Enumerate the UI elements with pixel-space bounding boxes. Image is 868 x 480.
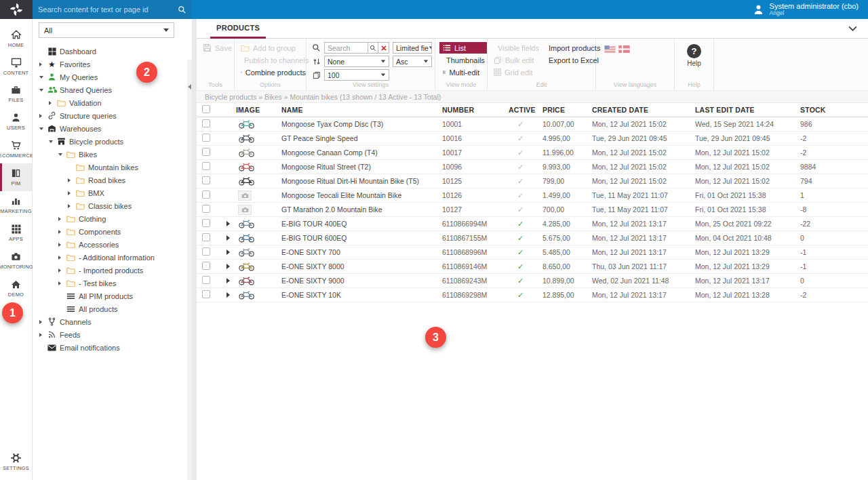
user-menu[interactable]: System administrator (cbo) Angel bbox=[753, 2, 868, 17]
us-flag-icon[interactable] bbox=[604, 45, 616, 53]
row-checkbox[interactable] bbox=[202, 162, 210, 170]
expand-arrow[interactable] bbox=[49, 101, 56, 105]
sidebar-collapse-handle[interactable] bbox=[187, 81, 192, 92]
table-row[interactable]: E-ONE SIXTY 9000 6110869243M ✓ 10.899,00… bbox=[197, 274, 868, 288]
row-checkbox[interactable] bbox=[202, 134, 210, 142]
expand-arrow[interactable] bbox=[68, 191, 75, 195]
tree-item-road-bikes[interactable]: Road bikes bbox=[33, 174, 186, 186]
column-header-last-edit-date[interactable]: LAST EDIT DATE bbox=[693, 106, 798, 114]
column-header-created-date[interactable]: CREATED DATE bbox=[590, 106, 693, 114]
tree-item-components[interactable]: Components bbox=[33, 225, 186, 238]
page-size-select[interactable]: 100 bbox=[324, 69, 389, 81]
table-row[interactable]: Mongoose Teocali Elite Mountain Bike 101… bbox=[197, 188, 868, 203]
expand-arrow[interactable] bbox=[68, 204, 75, 208]
row-checkbox[interactable] bbox=[202, 119, 210, 127]
row-checkbox[interactable] bbox=[202, 290, 210, 298]
sidebar-scrollbar[interactable] bbox=[187, 60, 192, 480]
expand-arrow[interactable] bbox=[58, 217, 66, 221]
tree-item-feeds[interactable]: Feeds bbox=[33, 328, 186, 341]
run-search-button[interactable] bbox=[368, 42, 378, 54]
table-row[interactable]: E-ONE SIXTY 10K 6110869298M ✓ 12.895,00 … bbox=[197, 288, 868, 302]
expand-arrow[interactable] bbox=[226, 235, 230, 241]
tree-item-warehouses[interactable]: Warehouses bbox=[33, 122, 186, 135]
table-row[interactable]: E-BIG TOUR 600EQ 6110867155M ✓ 5.675,00 … bbox=[197, 231, 868, 245]
help-button[interactable]: ? bbox=[687, 44, 701, 58]
row-checkbox[interactable] bbox=[202, 148, 210, 156]
panel-chevron-down-icon[interactable] bbox=[848, 26, 857, 31]
expand-arrow[interactable] bbox=[39, 62, 47, 66]
import-products-button[interactable]: Import products bbox=[545, 42, 596, 54]
table-row[interactable]: Mongoose Ritual Dirt-Hi Mountain Bike (T… bbox=[197, 174, 868, 188]
publish-to-channels-button[interactable]: Publish to channels bbox=[241, 54, 306, 66]
sort-direction-select[interactable]: Asc bbox=[393, 56, 432, 67]
table-row[interactable]: Mongoose Canaan Comp (T4) 10017 ✓ 11.996… bbox=[197, 146, 868, 160]
tree-item-channels[interactable]: Channels bbox=[33, 315, 186, 328]
add-to-group-button[interactable]: Add to group bbox=[241, 42, 306, 54]
expand-arrow[interactable] bbox=[58, 230, 66, 234]
tree-item-bicycle-products[interactable]: Bicycle products bbox=[33, 135, 186, 148]
tree-item-mountain-bikes[interactable]: Mountain bikes bbox=[33, 161, 186, 174]
expand-arrow[interactable] bbox=[39, 114, 47, 118]
tree-item-email-notifications[interactable]: Email notifications bbox=[33, 341, 186, 354]
tree-item-accessories[interactable]: Accessories bbox=[33, 238, 186, 251]
list-view-button[interactable]: List bbox=[439, 42, 487, 54]
row-checkbox[interactable] bbox=[202, 176, 210, 184]
rail-item-content[interactable]: CONTENT bbox=[0, 52, 32, 80]
fields-filter-select[interactable]: Limited fie bbox=[393, 42, 432, 54]
column-header-number[interactable]: NUMBER bbox=[440, 106, 507, 114]
rail-item-settings[interactable]: SETTINGS bbox=[0, 448, 32, 476]
tree-item-dashboard[interactable]: Dashboard bbox=[33, 45, 186, 58]
visible-fields-button[interactable]: Visible fields bbox=[494, 42, 539, 54]
tree-item-bikes[interactable]: Bikes bbox=[33, 148, 186, 161]
column-header-image[interactable]: IMAGE bbox=[234, 106, 279, 114]
table-row[interactable]: Mongoose Tyax Comp Disc (T3) 10001 ✓ 10.… bbox=[197, 117, 868, 132]
tree-item-additional-information[interactable]: - Additional information bbox=[33, 251, 186, 264]
column-header-name[interactable]: NAME bbox=[279, 106, 440, 114]
row-checkbox[interactable] bbox=[202, 276, 210, 284]
sort-by-select[interactable]: None bbox=[324, 56, 389, 67]
rail-item-users[interactable]: USERS bbox=[0, 108, 32, 136]
table-row[interactable]: E-BIG TOUR 400EQ 6110866994M ✓ 4.285,00 … bbox=[197, 217, 868, 231]
table-row[interactable]: E-ONE SIXTY 8000 6110869146M ✓ 8.650,00 … bbox=[197, 260, 868, 274]
rail-item-demo[interactable]: DEMO bbox=[0, 275, 32, 302]
tree-item-favorites[interactable]: ★Favorites bbox=[33, 58, 186, 71]
tree-item-structure-queries[interactable]: Structure queries bbox=[33, 109, 186, 122]
table-row[interactable]: E-ONE SIXTY 700 6110868996M ✓ 5.485,00 M… bbox=[197, 245, 868, 260]
collapse-arrow[interactable] bbox=[39, 89, 47, 92]
tree-item-bmx[interactable]: BMX bbox=[33, 186, 186, 199]
tree-item-all-pim-products[interactable]: All PIM products bbox=[33, 289, 186, 302]
expand-arrow[interactable] bbox=[226, 249, 230, 255]
expand-arrow[interactable] bbox=[68, 178, 75, 182]
rail-item-apps[interactable]: APPS bbox=[0, 219, 32, 247]
rail-item-home[interactable]: HOME bbox=[0, 24, 32, 52]
denmark-flag-icon[interactable] bbox=[618, 45, 630, 53]
tree-filter-select[interactable]: All bbox=[39, 22, 174, 38]
rail-item-monitoring[interactable]: MONITORING bbox=[0, 247, 32, 275]
product-search-input[interactable] bbox=[324, 42, 368, 54]
row-checkbox[interactable] bbox=[202, 205, 210, 213]
table-row[interactable]: Mongoose Ritual Street (T2) 10096 ✓ 9.99… bbox=[197, 160, 868, 174]
app-logo[interactable] bbox=[0, 0, 33, 19]
grid-edit-button[interactable]: Grid edit bbox=[494, 66, 539, 78]
export-to-excel-button[interactable]: Export to Excel bbox=[545, 54, 596, 66]
expand-arrow[interactable] bbox=[58, 281, 66, 285]
rail-item-marketing[interactable]: MARKETING bbox=[0, 191, 32, 219]
save-button[interactable]: Save bbox=[203, 42, 234, 54]
multi-edit-view-button[interactable]: Multi-edit bbox=[439, 66, 483, 78]
select-all-checkbox[interactable] bbox=[202, 105, 210, 113]
row-checkbox[interactable] bbox=[202, 247, 210, 256]
expand-arrow[interactable] bbox=[58, 256, 66, 260]
thumbnails-view-button[interactable]: Thumbnails bbox=[439, 54, 483, 66]
column-header-price[interactable]: PRICE bbox=[540, 106, 590, 114]
expand-arrow[interactable] bbox=[39, 333, 47, 337]
rail-item-pim[interactable]: PIM bbox=[0, 163, 32, 191]
combine-products-button[interactable]: Combine products bbox=[241, 66, 306, 78]
tree-item-validation[interactable]: Validation bbox=[33, 96, 186, 109]
bulk-edit-button[interactable]: Bulk edit bbox=[494, 54, 539, 66]
row-checkbox[interactable] bbox=[202, 219, 210, 227]
search-icon[interactable] bbox=[178, 5, 186, 14]
collapse-arrow[interactable] bbox=[49, 140, 56, 143]
column-header-stock[interactable]: STOCK bbox=[798, 106, 868, 114]
global-search-input[interactable] bbox=[38, 5, 178, 14]
collapse-arrow[interactable] bbox=[39, 127, 47, 130]
